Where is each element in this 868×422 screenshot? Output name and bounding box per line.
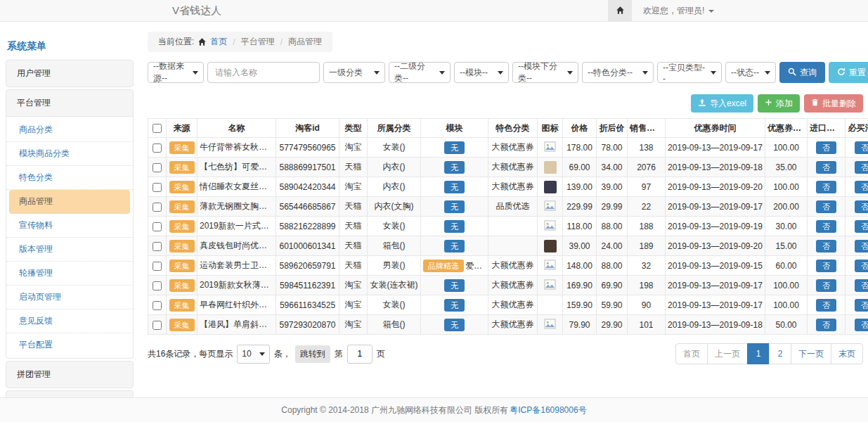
taoke-id: 588216228899 xyxy=(276,217,339,236)
add-button[interactable]: 添加 xyxy=(758,94,800,113)
sidebar: 系统菜单 用户管理平台管理商品分类模块商品分类特色分类商品管理宣传物料版本管理轮… xyxy=(6,32,134,422)
import-select-toggle[interactable]: 否 xyxy=(816,299,836,312)
data-source-select[interactable]: --数据来源-- xyxy=(148,62,204,83)
must-buy-toggle[interactable]: 否 xyxy=(855,279,868,292)
filter-select-1[interactable]: --二级分类-- xyxy=(389,62,451,83)
import-select-toggle[interactable]: 否 xyxy=(816,279,836,292)
sidebar-item[interactable]: 平台配置 xyxy=(6,333,133,357)
select-all-checkbox[interactable] xyxy=(153,124,162,133)
chevron-down-icon xyxy=(259,352,265,356)
jump-page-input[interactable] xyxy=(347,345,373,364)
coupon-amount: 200.00 xyxy=(765,197,808,217)
import-excel-button[interactable]: 导入excel xyxy=(691,94,753,113)
sidebar-item[interactable]: 特色分类 xyxy=(6,166,133,190)
coupon-time: 2019-09-13—2019-09-17 xyxy=(666,138,765,158)
table-row: 采集薄款无钢圈文胸聚拢性...565446685867天猫内衣(文胸)无品质优选… xyxy=(148,197,868,217)
discount-price: 59.90 xyxy=(597,295,628,315)
page-button-2[interactable]: 2 xyxy=(769,343,791,364)
import-select-toggle[interactable]: 否 xyxy=(816,260,836,272)
page-button-1[interactable]: 1 xyxy=(747,343,770,364)
filter-select-0[interactable]: 一级分类 xyxy=(323,62,385,83)
sidebar-item[interactable]: 版本管理 xyxy=(6,238,133,262)
filter-select-6[interactable]: --状态-- xyxy=(725,62,776,83)
row-checkbox[interactable] xyxy=(153,321,162,330)
chevron-down-icon xyxy=(711,71,716,75)
products-table: 来源名称淘客id类型所属分类模块特色分类图标价格折后价销售数量优惠券时间优惠券金… xyxy=(148,118,868,335)
row-checkbox[interactable] xyxy=(153,143,162,153)
row-checkbox[interactable] xyxy=(153,222,162,231)
import-select-toggle[interactable]: 否 xyxy=(816,240,836,252)
import-select-toggle[interactable]: 否 xyxy=(816,200,836,213)
sidebar-item[interactable]: 意见反馈 xyxy=(6,309,133,333)
table-row: 采集【七色纺】可爱纯棉家...588869917501天猫内衣()无大额优惠券6… xyxy=(148,158,868,177)
page-button-下一页[interactable]: 下一页 xyxy=(791,343,831,364)
reset-button[interactable]: 重置 xyxy=(829,62,868,83)
must-buy-toggle[interactable]: 否 xyxy=(855,299,868,312)
page-size-select[interactable]: 10 xyxy=(237,345,269,364)
row-checkbox[interactable] xyxy=(153,163,162,172)
import-select-toggle[interactable]: 否 xyxy=(816,141,836,154)
price: 118.00 xyxy=(563,217,597,236)
row-checkbox[interactable] xyxy=(153,281,162,290)
home-button[interactable] xyxy=(608,0,632,22)
page-button-末页[interactable]: 末页 xyxy=(831,343,863,364)
must-buy-toggle[interactable]: 否 xyxy=(855,161,868,174)
home-icon xyxy=(616,6,625,17)
import-select-toggle[interactable]: 否 xyxy=(816,181,836,193)
must-buy-toggle[interactable]: 否 xyxy=(855,200,868,213)
sidebar-item[interactable]: 模块商品分类 xyxy=(6,142,133,166)
breadcrumb-home-link[interactable]: 首页 xyxy=(210,36,227,48)
batch-delete-button[interactable]: 批量删除 xyxy=(804,94,863,113)
filter-select-3[interactable]: --模块下分类-- xyxy=(512,62,578,83)
name-search-input[interactable] xyxy=(207,62,320,83)
column-header: 优惠券时间 xyxy=(666,119,765,138)
sidebar-item[interactable]: 宣传物料 xyxy=(6,214,133,238)
must-buy-toggle[interactable]: 否 xyxy=(855,319,868,331)
module-badge: 无 xyxy=(444,319,465,331)
page-button-首页[interactable]: 首页 xyxy=(675,343,708,364)
filter-select-5[interactable]: --宝贝类型-- xyxy=(657,62,722,83)
sidebar-item[interactable]: 启动页管理 xyxy=(6,286,133,309)
jump-button[interactable]: 跳转到 xyxy=(295,345,330,363)
filter-select-2[interactable]: --模块-- xyxy=(454,62,509,83)
column-header: 名称 xyxy=(197,119,276,138)
import-select-toggle[interactable]: 否 xyxy=(816,161,836,174)
sidebar-group-header-2[interactable]: 拼团管理 xyxy=(6,362,133,388)
filter-select-4[interactable]: --特色分类-- xyxy=(582,62,654,83)
must-buy-toggle[interactable]: 否 xyxy=(855,220,868,233)
must-buy-toggle[interactable]: 否 xyxy=(855,240,868,252)
coupon-amount: 100.00 xyxy=(765,276,808,295)
sidebar-item[interactable]: 商品分类 xyxy=(6,118,133,142)
row-checkbox[interactable] xyxy=(153,183,162,192)
sidebar-item[interactable]: 轮播管理 xyxy=(6,262,133,286)
product-type: 淘宝 xyxy=(339,295,368,315)
refresh-icon xyxy=(837,68,846,78)
table-row: 采集运动套装男士卫衣初秋...589620659791天猫男装()品牌精选爱上运… xyxy=(148,256,868,276)
sidebar-group-header-1[interactable]: 平台管理 xyxy=(6,90,133,116)
product-type: 淘宝 xyxy=(339,177,368,197)
chevron-down-icon xyxy=(374,71,380,75)
product-type: 淘宝 xyxy=(339,276,368,295)
coupon-amount: 100.00 xyxy=(765,177,808,197)
icp-link[interactable]: 粤ICP备16098006号 xyxy=(510,404,586,416)
row-checkbox[interactable] xyxy=(153,301,162,310)
product-name: 薄款无钢圈文胸聚拢性... xyxy=(197,197,276,217)
row-checkbox[interactable] xyxy=(153,242,162,251)
search-button[interactable]: 查询 xyxy=(779,62,825,83)
import-select-toggle[interactable]: 否 xyxy=(816,220,836,233)
module-badge: 品牌精选 xyxy=(423,260,464,272)
sidebar-group-header-0[interactable]: 用户管理 xyxy=(6,60,133,87)
must-buy-toggle[interactable]: 否 xyxy=(855,141,868,154)
product-type: 天猫 xyxy=(339,158,368,177)
column-header: 类型 xyxy=(339,119,368,138)
import-select-toggle[interactable]: 否 xyxy=(816,319,836,331)
row-checkbox[interactable] xyxy=(153,262,162,271)
user-menu[interactable]: 欢迎您，管理员! xyxy=(643,5,714,17)
product-category: 男装() xyxy=(368,256,421,276)
sidebar-item[interactable]: 商品管理 xyxy=(9,190,130,214)
row-checkbox[interactable] xyxy=(153,203,162,212)
coupon-time: 2019-09-13—2019-09-17 xyxy=(666,197,765,217)
page-button-上一页[interactable]: 上一页 xyxy=(707,343,748,364)
must-buy-toggle[interactable]: 否 xyxy=(855,181,868,193)
must-buy-toggle[interactable]: 否 xyxy=(855,260,868,272)
